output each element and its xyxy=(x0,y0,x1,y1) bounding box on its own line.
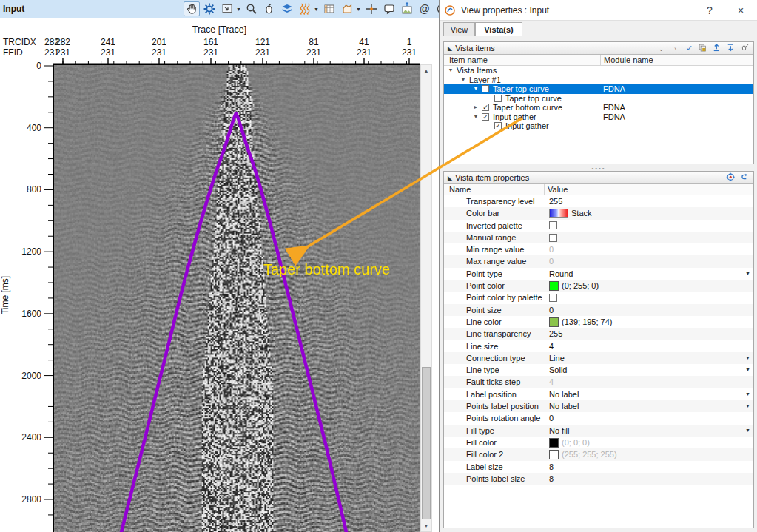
color-swatch[interactable] xyxy=(549,438,559,448)
expander-down-icon[interactable]: ▼ xyxy=(447,66,454,75)
chevron-down-icon[interactable]: ▼ xyxy=(745,364,750,376)
property-value[interactable]: Stack xyxy=(571,207,592,219)
property-value[interactable]: Solid xyxy=(549,364,567,376)
move-down-icon[interactable] xyxy=(726,43,737,54)
vista-item-properties-header[interactable]: ◣ Vista item properties xyxy=(444,172,753,184)
tree-row-layer-1[interactable]: ▼Layer #1 xyxy=(444,75,753,85)
zoom-at-button[interactable]: @ xyxy=(417,1,433,16)
header-value: 231 xyxy=(152,47,166,58)
edit-pointer-icon[interactable] xyxy=(740,43,751,54)
item-checkbox[interactable] xyxy=(482,85,489,92)
item-checkbox[interactable] xyxy=(494,95,502,102)
property-value[interactable]: No label xyxy=(549,400,579,412)
chevron-down-icon[interactable]: ▼ xyxy=(745,268,750,280)
color-swatch[interactable] xyxy=(549,281,559,291)
property-value[interactable]: (255; 255; 255) xyxy=(562,448,617,460)
property-value[interactable]: Round xyxy=(549,268,573,280)
chevron-down-icon[interactable]: ▼ xyxy=(236,7,241,12)
help-button[interactable]: ? xyxy=(699,3,720,18)
chevron-down-icon[interactable]: ▼ xyxy=(745,352,750,364)
chevron-down-icon[interactable]: ▼ xyxy=(356,7,361,12)
crosshair-tool-button[interactable] xyxy=(363,1,380,16)
zoom-magnifier-button[interactable] xyxy=(243,1,260,16)
settings-gear-icon xyxy=(203,2,216,16)
close-button[interactable]: × xyxy=(730,3,751,18)
expander-down-icon[interactable]: ▼ xyxy=(460,75,467,85)
tab-view[interactable]: View xyxy=(443,22,475,36)
property-name: Line type xyxy=(466,364,499,376)
colorbar-swatch[interactable] xyxy=(549,209,568,218)
chevron-down-icon[interactable]: ▼ xyxy=(745,425,750,437)
vista-items-group: ◣ Vista items ⌄›✓ Item name Module name … xyxy=(443,41,754,164)
chevron-down-icon[interactable]: ▼ xyxy=(745,388,750,400)
apply-check-icon[interactable]: ✓ xyxy=(684,43,695,54)
tab-vistas[interactable]: Vista(s) xyxy=(475,22,522,36)
zoom-magnifier-icon xyxy=(245,2,258,16)
expander-down-icon[interactable]: ▼ xyxy=(472,84,480,94)
item-label: Taper top curve xyxy=(505,94,562,104)
property-name: Fill color 2 xyxy=(466,448,503,460)
header-value: 231 xyxy=(203,47,218,58)
property-checkbox[interactable] xyxy=(549,234,557,242)
property-value[interactable]: 0 xyxy=(549,412,554,424)
polygon-tool-button[interactable] xyxy=(339,1,355,16)
seismic-image[interactable] xyxy=(53,64,420,532)
property-value[interactable]: 0 xyxy=(549,255,554,267)
item-checkbox[interactable]: ✓ xyxy=(494,122,502,129)
color-swatch[interactable] xyxy=(549,317,559,327)
property-value[interactable]: 4 xyxy=(549,376,554,388)
mouse-tool-button[interactable] xyxy=(261,1,277,16)
property-value[interactable]: (0; 255; 0) xyxy=(562,280,599,292)
seismic-vertical-scrollbar[interactable]: ▲ ▼ xyxy=(420,64,432,532)
chevron-down-icon[interactable]: ⌄ xyxy=(656,43,667,54)
snapshot-button[interactable] xyxy=(399,1,415,16)
tree-row-vista-items[interactable]: ▼Vista Items xyxy=(444,66,753,75)
item-checkbox[interactable]: ✓ xyxy=(482,113,489,121)
color-swatch[interactable] xyxy=(549,450,559,459)
screen-select-button[interactable] xyxy=(219,1,235,16)
property-value[interactable]: 0 xyxy=(549,243,554,255)
property-value[interactable]: No label xyxy=(549,388,579,400)
property-value[interactable]: 0 xyxy=(549,304,554,316)
wiggle-display-button[interactable] xyxy=(297,1,313,16)
header-value: 81 xyxy=(309,37,318,47)
property-value[interactable]: Line xyxy=(549,352,565,364)
property-value[interactable]: 255 xyxy=(549,328,562,340)
tree-row-input-gather[interactable]: ✓Input gather xyxy=(444,121,753,131)
chevron-down-icon[interactable]: ▼ xyxy=(314,7,319,12)
property-value[interactable]: (0; 0; 0) xyxy=(562,437,590,448)
property-name: Connection type xyxy=(466,352,525,364)
palette-target-icon[interactable] xyxy=(726,172,737,183)
property-value[interactable]: No fill xyxy=(549,425,570,437)
copy-items-icon[interactable] xyxy=(698,43,709,54)
tree-row-taper-bottom-curve[interactable]: ►✓Taper bottom curveFDNA xyxy=(444,103,753,112)
expander-down-icon[interactable]: ▼ xyxy=(472,112,480,122)
tree-row-taper-top-curve[interactable]: ▼Taper top curveFDNA xyxy=(444,84,753,94)
property-value[interactable]: 8 xyxy=(549,473,554,485)
move-up-icon[interactable] xyxy=(712,43,723,54)
settings-gear-button[interactable] xyxy=(201,1,218,16)
chevron-right-icon[interactable]: › xyxy=(670,43,681,54)
chevron-down-icon[interactable]: ▼ xyxy=(745,400,750,412)
scroll-down-button[interactable]: ▼ xyxy=(421,520,431,531)
undo-icon[interactable] xyxy=(740,172,751,183)
layers-icon xyxy=(280,2,294,16)
scroll-up-button[interactable]: ▲ xyxy=(421,65,431,76)
comment-tool-button[interactable] xyxy=(381,1,397,16)
tree-row-input-gather[interactable]: ▼✓Input gatherFDNA xyxy=(444,112,753,122)
grid-display-button[interactable] xyxy=(321,1,337,16)
scroll-thumb[interactable] xyxy=(422,367,431,519)
property-checkbox[interactable] xyxy=(549,294,557,302)
property-value[interactable]: 255 xyxy=(549,195,562,207)
property-value[interactable]: 8 xyxy=(549,461,554,473)
item-checkbox[interactable]: ✓ xyxy=(482,104,489,111)
property-value[interactable]: 4 xyxy=(549,340,554,352)
property-value[interactable]: (139; 195; 74) xyxy=(562,316,613,328)
vista-items-header[interactable]: ◣ Vista items ⌄›✓ xyxy=(444,42,753,55)
expander-right-icon[interactable]: ► xyxy=(472,103,480,112)
property-checkbox[interactable] xyxy=(549,221,557,229)
layers-button[interactable] xyxy=(279,1,295,16)
tree-row-taper-top-curve[interactable]: Taper top curve xyxy=(444,94,753,104)
pan-hand-button[interactable] xyxy=(184,1,200,16)
zoom-at-icon: @ xyxy=(420,2,430,16)
